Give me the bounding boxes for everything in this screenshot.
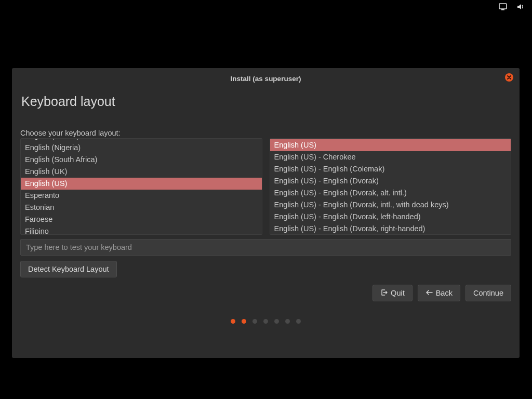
detect-keyboard-label: Detect Keyboard Layout bbox=[28, 265, 109, 273]
page-title: Keyboard layout bbox=[12, 85, 520, 109]
progress-dots bbox=[12, 319, 520, 324]
variant-item[interactable]: English (US) - Cherokee bbox=[270, 151, 511, 163]
progress-dot bbox=[252, 319, 257, 324]
display-icon[interactable] bbox=[499, 3, 507, 10]
window-title: Install (as superuser) bbox=[231, 75, 301, 83]
back-label: Back bbox=[436, 289, 453, 297]
layout-lists-row: English (Ghana)English (Nigeria)English … bbox=[20, 138, 511, 235]
prompt-label: Choose your keyboard layout: bbox=[20, 129, 511, 137]
layout-item[interactable]: Faroese bbox=[21, 214, 262, 225]
progress-dot bbox=[296, 319, 301, 324]
variant-item[interactable]: English (US) bbox=[270, 139, 511, 151]
progress-dot bbox=[231, 319, 235, 324]
close-button[interactable] bbox=[505, 73, 513, 82]
content-area: Choose your keyboard layout: English (Gh… bbox=[12, 109, 520, 277]
variant-item[interactable]: English (US) - English (Dvorak, right-ha… bbox=[270, 223, 511, 235]
progress-dot bbox=[274, 319, 279, 324]
nav-buttons: Quit Back Continue bbox=[12, 277, 520, 301]
layout-item[interactable]: Estonian bbox=[21, 202, 262, 214]
layout-list[interactable]: English (Ghana)English (Nigeria)English … bbox=[20, 138, 262, 235]
layout-item[interactable]: English (Ghana) bbox=[21, 138, 262, 142]
progress-dot bbox=[285, 319, 290, 324]
variant-item[interactable]: English (US) - English (Dvorak, alt. int… bbox=[270, 187, 511, 199]
layout-item[interactable]: English (South Africa) bbox=[21, 154, 262, 166]
test-input-wrap bbox=[20, 239, 511, 256]
volume-icon[interactable] bbox=[516, 3, 525, 10]
variant-list[interactable]: English (US)English (US) - CherokeeEngli… bbox=[270, 138, 512, 235]
close-icon bbox=[507, 75, 512, 80]
quit-label: Quit bbox=[391, 289, 405, 297]
continue-button[interactable]: Continue bbox=[466, 285, 511, 301]
keyboard-test-input[interactable] bbox=[20, 239, 511, 256]
variant-item[interactable]: English (US) - English (Colemak) bbox=[270, 163, 511, 175]
progress-dot bbox=[263, 319, 268, 324]
variant-item[interactable]: English (US) - English (Dvorak, left-han… bbox=[270, 211, 511, 223]
layout-item[interactable]: Esperanto bbox=[21, 190, 262, 202]
installer-window: Install (as superuser) Keyboard layout C… bbox=[12, 68, 520, 358]
topbar bbox=[499, 0, 532, 12]
svg-rect-0 bbox=[499, 4, 507, 9]
variant-item[interactable]: English (US) - English (Dvorak) bbox=[270, 175, 511, 187]
layout-item[interactable]: English (UK) bbox=[21, 166, 262, 178]
quit-button[interactable]: Quit bbox=[373, 285, 413, 301]
quit-icon bbox=[380, 289, 388, 298]
continue-label: Continue bbox=[473, 289, 503, 297]
progress-dot bbox=[242, 319, 246, 324]
detect-row: Detect Keyboard Layout bbox=[20, 261, 511, 277]
variant-item[interactable]: English (US) - English (Dvorak, intl., w… bbox=[270, 199, 511, 211]
detect-keyboard-button[interactable]: Detect Keyboard Layout bbox=[20, 261, 117, 277]
layout-item[interactable]: Filipino bbox=[21, 225, 262, 235]
layout-item[interactable]: English (Nigeria) bbox=[21, 142, 262, 154]
back-button[interactable]: Back bbox=[418, 285, 460, 301]
svg-rect-1 bbox=[501, 9, 504, 10]
layout-item[interactable]: English (US) bbox=[21, 178, 262, 190]
arrow-left-icon bbox=[425, 289, 433, 297]
titlebar: Install (as superuser) bbox=[12, 68, 520, 85]
